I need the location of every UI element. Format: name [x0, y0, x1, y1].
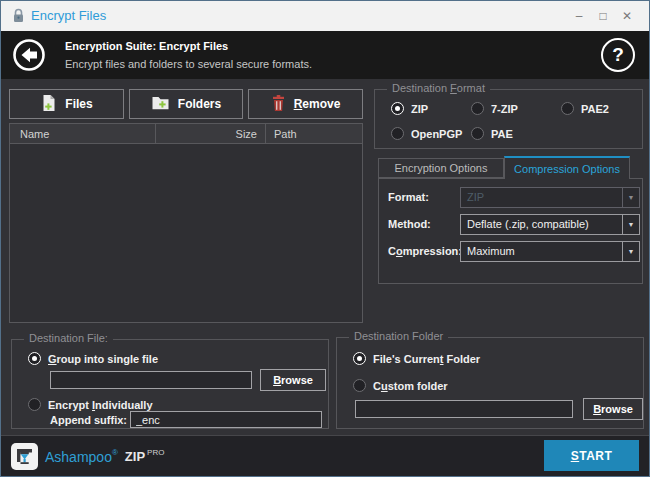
radio-pae-label: PAE	[491, 128, 513, 140]
tab-compression-options[interactable]: Compression Options	[504, 156, 630, 179]
page-title: Encryption Suite: Encrypt Files	[65, 40, 312, 52]
radio-7zip-label: 7-ZIP	[491, 103, 518, 115]
radio-7zip-circle[interactable]	[471, 102, 484, 115]
radio-current-folder[interactable]: File's Current Folder	[353, 352, 480, 365]
encrypt-files-window: Encrypt Files – □ ✕ Encryption Suite: En…	[0, 0, 650, 477]
custom-folder-input[interactable]	[355, 400, 573, 418]
page-subtitle: Encrypt files and folders to several sec…	[65, 58, 312, 70]
destination-folder-group: Destination Folder File's Current Folder…	[336, 337, 644, 429]
compression-label: Compression:	[388, 245, 462, 257]
ashampoo-zip-logo-icon	[11, 443, 38, 470]
radio-group-single-circle[interactable]	[28, 352, 41, 365]
destination-format-label: Destination Format	[387, 82, 490, 94]
radio-pae2[interactable]: PAE2	[561, 102, 609, 115]
header-text: Encryption Suite: Encrypt Files Encrypt …	[65, 40, 312, 70]
folder-plus-icon	[151, 94, 170, 114]
radio-pae-circle[interactable]	[471, 127, 484, 140]
lock-icon	[11, 8, 26, 28]
file-plus-icon	[40, 94, 57, 115]
radio-pae2-label: PAE2	[581, 103, 609, 115]
radio-openpgp[interactable]: OpenPGP	[391, 127, 462, 140]
radio-pae[interactable]: PAE	[471, 127, 513, 140]
radio-pae2-circle[interactable]	[561, 102, 574, 115]
maximize-button[interactable]: □	[591, 1, 615, 31]
format-label: Format:	[388, 191, 429, 203]
radio-openpgp-label: OpenPGP	[411, 128, 462, 140]
remove-button[interactable]: Remove	[248, 89, 363, 119]
add-files-label: Files	[65, 97, 92, 111]
help-icon[interactable]: ?	[601, 38, 635, 72]
window-controls: – □ ✕	[567, 1, 639, 31]
footer-bar: Ashampoo ® ZIP PRO START	[1, 435, 649, 476]
method-value: Deflate (.zip, compatible)	[461, 215, 622, 234]
column-header-size[interactable]: Size	[156, 124, 266, 143]
radio-group-single-file[interactable]: Group into single file	[28, 352, 158, 365]
start-button[interactable]: START	[544, 440, 639, 471]
add-folders-label: Folders	[178, 97, 221, 111]
radio-encrypt-individually-circle[interactable]	[28, 398, 41, 411]
compression-dropdown[interactable]: Maximum ▼	[460, 241, 640, 262]
append-suffix-label: Append suffix:	[50, 414, 127, 426]
add-folders-button[interactable]: Folders	[129, 89, 243, 119]
brand-text: Ashampoo ® ZIP PRO	[45, 436, 164, 477]
destination-file-group: Destination File: Group into single file…	[11, 339, 329, 429]
radio-7zip[interactable]: 7-ZIP	[471, 102, 518, 115]
radio-zip-circle[interactable]	[391, 102, 404, 115]
brand-pro: PRO	[147, 448, 164, 457]
registered-mark: ®	[112, 448, 118, 457]
tab-encryption-options[interactable]: Encryption Options	[378, 158, 504, 178]
radio-zip-label: ZIP	[411, 103, 428, 115]
destination-file-label: Destination File:	[24, 332, 113, 344]
column-header-name[interactable]: Name	[10, 124, 156, 143]
radio-custom-folder[interactable]: Custom folder	[353, 379, 448, 392]
trash-icon	[271, 94, 286, 115]
destination-folder-label: Destination Folder	[349, 330, 448, 342]
format-value: ZIP	[461, 188, 622, 207]
destination-file-input[interactable]	[50, 371, 252, 389]
browse-file-button[interactable]: Browse	[260, 369, 326, 391]
brand-zip: ZIP	[125, 449, 145, 464]
current-folder-label: File's Current Folder	[373, 353, 480, 365]
group-single-label: Group into single file	[48, 353, 158, 365]
radio-zip[interactable]: ZIP	[391, 102, 428, 115]
append-suffix-input[interactable]	[130, 411, 322, 428]
close-button[interactable]: ✕	[615, 1, 639, 31]
file-list-header: Name Size Path	[10, 124, 362, 144]
radio-custom-folder-circle[interactable]	[353, 379, 366, 392]
chevron-down-icon[interactable]: ▼	[622, 215, 639, 234]
compression-value: Maximum	[461, 242, 622, 261]
encrypt-individually-label: Encrypt Individually	[48, 399, 153, 411]
column-header-path[interactable]: Path	[266, 124, 362, 143]
method-label: Method:	[388, 218, 431, 230]
destination-format-group: Destination Format ZIP 7-ZIP PAE2 OpenPG…	[374, 89, 643, 149]
brand-ashampoo: Ashampoo	[45, 449, 112, 465]
minimize-button[interactable]: –	[567, 1, 591, 31]
file-list[interactable]: Name Size Path	[9, 123, 363, 323]
chevron-down-icon: ▼	[622, 188, 639, 207]
titlebar: Encrypt Files – □ ✕	[1, 1, 649, 31]
remove-label: Remove	[294, 97, 341, 111]
back-arrow-icon[interactable]	[11, 37, 47, 73]
format-dropdown: ZIP ▼	[460, 187, 640, 208]
browse-folder-button[interactable]: Browse	[583, 398, 643, 420]
window-title: Encrypt Files	[31, 1, 106, 31]
radio-openpgp-circle[interactable]	[391, 127, 404, 140]
radio-current-folder-circle[interactable]	[353, 352, 366, 365]
header-band: Encryption Suite: Encrypt Files Encrypt …	[1, 31, 649, 79]
method-dropdown[interactable]: Deflate (.zip, compatible) ▼	[460, 214, 640, 235]
add-files-button[interactable]: Files	[9, 89, 124, 119]
chevron-down-icon[interactable]: ▼	[622, 242, 639, 261]
radio-encrypt-individually[interactable]: Encrypt Individually	[28, 398, 153, 411]
custom-folder-label: Custom folder	[373, 380, 448, 392]
